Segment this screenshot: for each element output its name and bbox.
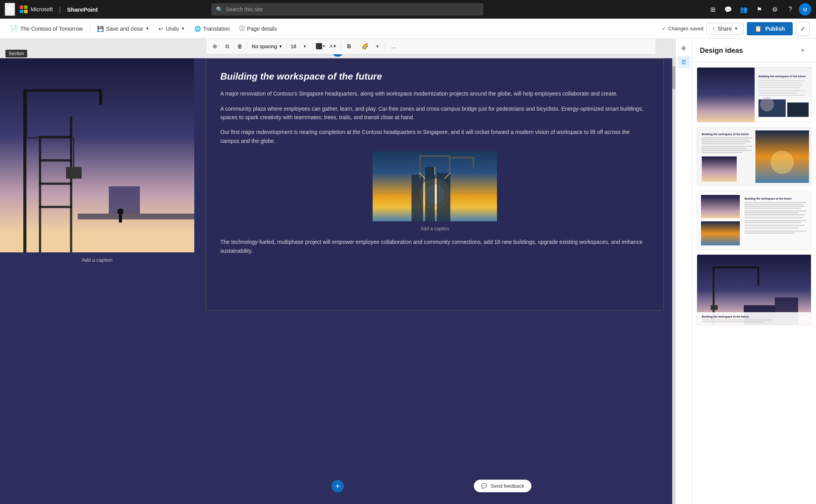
- delete-icon-btn[interactable]: 🗑: [234, 41, 245, 52]
- tt-sep-6: [385, 42, 385, 50]
- add-section-bottom-btn[interactable]: +: [331, 480, 344, 492]
- article-para-2[interactable]: A community plaza where employees can ga…: [220, 104, 649, 122]
- di-card-image-2: Building the workspace of the future: [697, 127, 811, 186]
- page-details-btn[interactable]: ⓘ Page details: [235, 23, 281, 35]
- design-idea-card-1[interactable]: Building the workspace of the future: [697, 67, 811, 122]
- svg-rect-49: [702, 141, 750, 143]
- bold-btn[interactable]: B: [343, 41, 354, 52]
- article-image-caption[interactable]: Add a caption: [220, 226, 649, 231]
- svg-rect-56: [702, 156, 737, 182]
- share-dropdown-icon: ▼: [734, 26, 738, 31]
- flag-icon[interactable]: ⚑: [752, 2, 766, 16]
- style-chevron: ▼: [279, 44, 282, 49]
- svg-rect-80: [757, 266, 759, 286]
- svg-rect-10: [26, 91, 27, 137]
- scrollbar-thumb[interactable]: [672, 66, 675, 89]
- svg-rect-61: [701, 221, 740, 245]
- emoji-icon-btn[interactable]: 🌈: [359, 41, 370, 52]
- people-icon[interactable]: 👥: [737, 2, 751, 16]
- tt-sep-5: [357, 42, 357, 50]
- page-icon: 📄: [10, 25, 18, 32]
- design-ideas-list: Building the workspace of the future: [692, 63, 816, 504]
- svg-rect-41: [758, 95, 804, 96]
- svg-rect-35: [758, 80, 805, 81]
- settings-icon[interactable]: ⚙: [768, 2, 782, 16]
- article-text-panel[interactable]: Building the workspace of the future A m…: [206, 58, 664, 311]
- avatar[interactable]: U: [799, 3, 811, 16]
- save-close-btn[interactable]: 💾 Save and close ▼: [93, 23, 153, 34]
- undo-btn[interactable]: ↩ Undo ▼: [155, 23, 188, 34]
- save-dropdown-icon: ▼: [146, 26, 150, 31]
- send-feedback-btn[interactable]: 💬 Send feedback: [474, 480, 532, 492]
- svg-rect-88: [702, 322, 764, 322]
- help-icon[interactable]: ?: [783, 2, 797, 16]
- svg-rect-22: [425, 167, 435, 221]
- svg-rect-75: [745, 231, 807, 232]
- search-input[interactable]: [226, 6, 479, 12]
- article-inline-image: [373, 151, 497, 221]
- article-image-container[interactable]: Add a caption: [220, 151, 649, 231]
- svg-rect-64: [745, 204, 803, 205]
- design-ideas-close-btn[interactable]: ×: [797, 45, 808, 56]
- design-idea-card-3[interactable]: Building the workspace of the future: [697, 191, 811, 250]
- svg-rect-60: [701, 195, 740, 218]
- app-name-label: SharePoint: [67, 6, 98, 13]
- left-column: Add a caption: [0, 58, 194, 504]
- share-btn[interactable]: ↑ Share ▼: [706, 23, 744, 35]
- apps-icon[interactable]: ⊞: [706, 2, 720, 16]
- copy-icon-btn[interactable]: ⧉: [222, 41, 233, 52]
- crane-illustration-left: [0, 58, 194, 252]
- design-idea-card-4[interactable]: Building the workspace of the future: [697, 254, 811, 325]
- toolbar-sep-1: [90, 24, 90, 33]
- search-bar[interactable]: 🔍: [211, 3, 483, 16]
- page-title-btn[interactable]: 📄 The Contoso of Tomorrow: [6, 23, 87, 35]
- di-card-svg-2: Building the workspace of the future: [697, 127, 811, 186]
- svg-rect-26: [449, 157, 450, 172]
- svg-rect-2: [23, 89, 101, 92]
- svg-rect-67: [745, 210, 807, 212]
- design-ideas-strip-btn[interactable]: ☰: [678, 56, 690, 68]
- chat-icon[interactable]: 💬: [721, 2, 735, 16]
- text-highlight-btn[interactable]: A▼: [328, 41, 338, 52]
- svg-rect-85: [697, 312, 811, 325]
- emoji-dropdown-btn[interactable]: ▼: [372, 41, 383, 52]
- di-card-svg-3: Building the workspace of the future: [697, 191, 811, 249]
- tt-sep-4: [341, 42, 341, 50]
- left-image-caption[interactable]: Add a caption: [0, 252, 194, 268]
- svg-rect-38: [758, 87, 799, 88]
- check-icon: ✓: [662, 26, 666, 31]
- article-para-1[interactable]: A major renovation of Contoso's Singapor…: [220, 89, 649, 98]
- svg-rect-17: [119, 215, 122, 222]
- article-para-4[interactable]: The technology-fueled, multiphase projec…: [220, 238, 649, 255]
- changes-saved-status: ✓ Changes saved: [662, 26, 703, 31]
- add-web-part-btn[interactable]: ⊕: [678, 42, 690, 54]
- top-nav: ⊞ Microsoft | SharePoint 🔍 ⊞ 💬 👥 ⚑ ⚙ ? U: [0, 0, 816, 19]
- svg-point-58: [771, 151, 794, 174]
- details-icon: ⓘ: [239, 25, 245, 32]
- publish-btn[interactable]: 📋 Publish: [747, 22, 793, 35]
- scrollbar-track[interactable]: [672, 58, 675, 504]
- waffle-icon[interactable]: ⊞: [5, 3, 15, 16]
- svg-rect-12: [73, 137, 74, 169]
- inline-crane-svg: [373, 151, 497, 221]
- expand-collapse-btn[interactable]: ⤢: [796, 22, 810, 36]
- text-color-btn[interactable]: ▼: [315, 41, 326, 52]
- microsoft-logo[interactable]: Microsoft: [20, 5, 53, 13]
- move-icon-btn[interactable]: ⊕: [209, 41, 220, 52]
- article-para-3[interactable]: Our first major redevelopment is nearing…: [220, 128, 649, 145]
- svg-rect-73: [745, 225, 805, 226]
- svg-rect-21: [411, 175, 423, 221]
- style-select[interactable]: No spacing ▼: [250, 43, 284, 49]
- font-size-dropdown-btn[interactable]: ▼: [299, 41, 310, 52]
- tt-sep-3: [312, 42, 313, 50]
- translation-btn[interactable]: 🌐 Translation: [190, 23, 234, 34]
- more-options-btn[interactable]: ...: [388, 41, 399, 52]
- svg-rect-28: [473, 157, 474, 169]
- design-ideas-header: Design ideas ×: [692, 39, 816, 63]
- design-ideas-panel: Design ideas ×: [692, 39, 816, 504]
- left-image[interactable]: [0, 58, 194, 252]
- svg-rect-68: [745, 212, 799, 214]
- svg-rect-3: [99, 89, 102, 105]
- article-title[interactable]: Building the workspace of the future: [220, 70, 649, 82]
- design-idea-card-2[interactable]: Building the workspace of the future: [697, 127, 811, 186]
